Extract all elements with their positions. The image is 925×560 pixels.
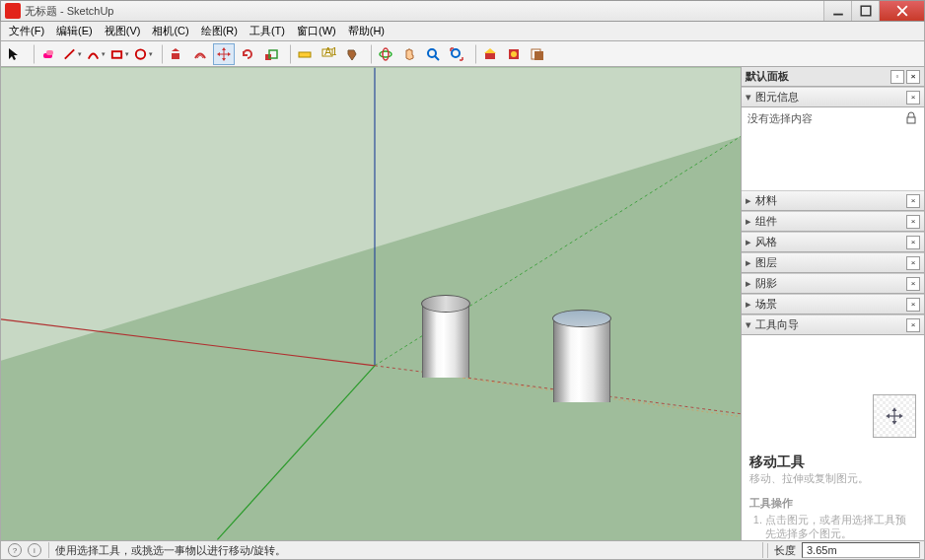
menu-window[interactable]: 窗口(W) [291,22,342,40]
panel-components[interactable]: ▸组件× [742,211,924,232]
panel-shadows[interactable]: ▸阴影× [742,273,924,294]
layout-tool[interactable] [527,43,548,65]
instructor-thumbnail [873,394,916,438]
select-tool[interactable] [4,43,26,65]
tray-panel: 默认面板 ▫ × ▾ 图元信息 × 没有选择内容 ▸材料× ▸组件× ▸风格× … [741,67,924,540]
help-icon[interactable]: ? [8,543,22,557]
tape-tool[interactable] [294,43,316,65]
svg-rect-22 [485,52,495,59]
panel-entity-info[interactable]: ▾ 图元信息 × [742,87,924,107]
menu-help[interactable]: 帮助(H) [342,22,391,40]
panel-layers[interactable]: ▸图层× [742,252,924,273]
svg-rect-26 [534,51,543,60]
panel-close-icon[interactable]: × [906,91,920,105]
panel-instructor[interactable]: ▾工具向导× [742,315,924,335]
svg-rect-34 [907,117,915,123]
toolbar: ▾ ▾ ▾ ▾ A1 [0,41,925,67]
rectangle-tool[interactable]: ▾ [108,43,130,65]
svg-point-18 [383,48,389,60]
zoom-extents-tool[interactable] [446,43,467,65]
panel-scenes[interactable]: ▸场景× [742,294,924,315]
svg-rect-14 [299,52,311,57]
axis-overlay [1,67,741,540]
separator [48,542,49,558]
separator [470,44,476,64]
svg-rect-5 [46,50,53,55]
instructor-body: 移动工具 移动、拉伸或复制图元。 工具操作 点击图元，或者用选择工具预先选择多个… [742,335,924,540]
arc-tool[interactable]: ▾ [85,43,107,65]
pushpull-tool[interactable] [166,43,187,65]
extension-tool[interactable] [503,43,525,65]
titlebar: 无标题 - SketchUp [0,0,925,22]
menu-file[interactable]: 文件(F) [3,22,50,40]
instructor-op-title: 工具操作 [749,496,916,511]
statusbar: ? i 使用选择工具，或挑选一事物以进行移动/旋转。 长度 [0,540,925,560]
separator [366,44,372,64]
entity-info-body: 没有选择内容 [742,107,924,190]
status-hint: 使用选择工具，或挑选一事物以进行移动/旋转。 [55,543,286,558]
info-icon[interactable]: i [28,543,41,557]
svg-point-19 [428,49,436,57]
tray-title-label: 默认面板 [746,69,789,84]
offset-tool[interactable] [189,43,211,65]
viewport-3d[interactable] [1,67,741,540]
instructor-subtitle: 移动、拉伸或复制图元。 [749,471,916,486]
minimize-button[interactable] [823,1,851,21]
menubar: 文件(F) 编辑(E) 视图(V) 相机(C) 绘图(R) 工具(T) 窗口(W… [0,22,925,41]
maximize-button[interactable] [851,1,879,21]
separator [762,542,763,558]
separator [285,44,291,64]
svg-point-24 [511,51,517,57]
no-selection-text: 没有选择内容 [747,111,813,126]
pan-tool[interactable] [398,43,420,65]
svg-line-6 [65,49,74,58]
svg-point-21 [452,49,460,57]
line-tool[interactable]: ▾ [61,43,83,65]
model-cylinder-2[interactable] [553,318,610,402]
instructor-heading: 移动工具 [749,454,916,471]
svg-rect-12 [265,54,271,60]
svg-rect-1 [861,6,871,16]
warehouse-tool[interactable] [479,43,501,65]
svg-point-17 [380,51,391,57]
menu-view[interactable]: 视图(V) [99,22,147,40]
move-tool[interactable] [213,43,235,65]
svg-marker-27 [1,68,741,361]
separator [29,44,35,64]
paint-tool[interactable] [341,43,363,65]
app-icon [5,3,21,19]
lock-icon[interactable] [904,111,918,125]
close-button[interactable] [879,1,924,21]
instructor-step: 点击图元，或者用选择工具预先选择多个图元。 [765,513,916,540]
menu-draw[interactable]: 绘图(R) [195,22,244,40]
rotate-tool[interactable] [237,43,258,65]
svg-text:A1: A1 [324,46,336,57]
menu-edit[interactable]: 编辑(E) [50,22,99,40]
orbit-tool[interactable] [375,43,396,65]
scale-tool[interactable] [260,43,282,65]
panel-styles[interactable]: ▸风格× [742,232,924,252]
menu-tools[interactable]: 工具(T) [244,22,291,40]
tray-pin-icon[interactable]: ▫ [890,70,904,84]
model-cylinder-1[interactable] [422,304,469,378]
zoom-tool[interactable] [422,43,444,65]
separator [157,44,163,64]
svg-rect-7 [112,51,121,58]
measure-label: 长度 [767,543,802,558]
panel-materials[interactable]: ▸材料× [742,190,924,211]
text-tool[interactable]: A1 [318,43,339,65]
expand-icon: ▾ [746,91,755,104]
panel-title: 图元信息 [755,90,799,105]
svg-line-30 [217,366,375,540]
measure-input[interactable] [802,542,920,558]
circle-tool[interactable]: ▾ [132,43,154,65]
eraser-tool[interactable] [37,43,59,65]
svg-rect-9 [172,53,179,59]
svg-line-20 [435,56,439,60]
menu-camera[interactable]: 相机(C) [146,22,194,40]
tray-close-icon[interactable]: × [906,70,920,84]
window-title: 无标题 - SketchUp [25,4,113,19]
tray-title[interactable]: 默认面板 ▫ × [742,67,924,87]
svg-point-8 [136,49,145,58]
